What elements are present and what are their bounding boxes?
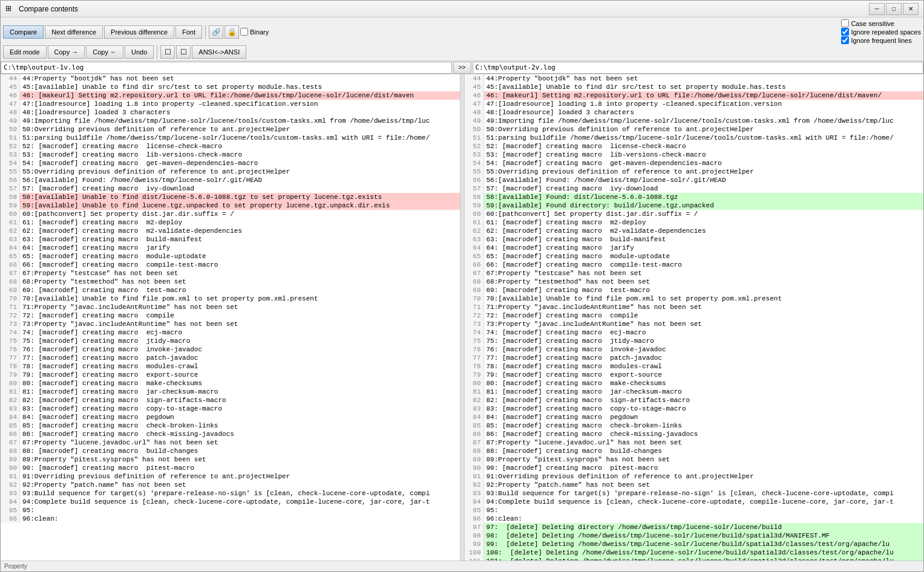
line-number: 92 xyxy=(465,481,484,489)
line-number: 51 xyxy=(1,134,20,142)
copy-left-button[interactable]: Copy ← xyxy=(86,45,123,59)
binary-checkbox-label[interactable]: Binary xyxy=(240,28,269,36)
binary-label: Binary xyxy=(250,28,269,36)
line-number: 70 xyxy=(1,294,20,303)
table-row: 6666: [macrodef] creating macro compile-… xyxy=(465,261,924,269)
line-text: 71:Property "javac.includeAntRuntime" ha… xyxy=(484,303,924,311)
table-row: 4949:Importing file /home/dweiss/tmp/luc… xyxy=(1,117,460,125)
table-row: 5555:Overriding previous definition of r… xyxy=(1,167,460,176)
window-controls[interactable]: ─ □ ✕ xyxy=(869,3,919,15)
line-number: 94 xyxy=(465,498,484,506)
table-row: 9393:Build sequence for target(s) 'prepa… xyxy=(1,489,460,498)
toolbar-row-1: Compare Next difference Previous differe… xyxy=(3,19,921,44)
undo-button[interactable]: Undo xyxy=(125,45,154,59)
prev-diff-button[interactable]: Previous difference xyxy=(104,25,174,39)
swap-button[interactable]: >> xyxy=(453,62,471,74)
sync-icon-btn[interactable]: 🔗 xyxy=(209,25,223,39)
binary-checkbox[interactable] xyxy=(240,28,248,36)
table-row: 4949:Importing file /home/dweiss/tmp/luc… xyxy=(465,117,924,125)
maximize-button[interactable]: □ xyxy=(886,3,902,15)
ignore-spaces-checkbox[interactable] xyxy=(841,28,849,36)
app-icon: ⊞ xyxy=(5,4,15,14)
line-number: 78 xyxy=(1,362,20,371)
line-text: 83: [macrodef] creating macro copy-to-st… xyxy=(484,405,924,413)
table-row: 9292:Property "patch.name" has not been … xyxy=(465,481,924,489)
table-row: 6060:[pathconvert] Set property dist.jar… xyxy=(1,210,460,218)
compare-button[interactable]: Compare xyxy=(3,25,44,39)
line-number: 63 xyxy=(465,235,484,244)
line-number: 45 xyxy=(1,83,20,91)
line-number: 65 xyxy=(1,252,20,261)
line-number: 64 xyxy=(1,244,20,252)
line-text: 88: [macrodef] creating macro build-chan… xyxy=(20,447,460,455)
case-sensitive-label[interactable]: Case sensitive xyxy=(841,19,921,27)
pane-divider[interactable] xyxy=(460,74,465,561)
line-text: 96:clean: xyxy=(20,515,460,523)
close-button[interactable]: ✕ xyxy=(903,3,919,15)
table-row: 9090: [macrodef] creating macro pitest-m… xyxy=(465,464,924,472)
toolbar-row-2: Edit mode Copy → Copy ← Undo ☐ ☐ ANSI<->… xyxy=(3,45,921,59)
line-number: 69 xyxy=(465,286,484,294)
line-number: 93 xyxy=(465,489,484,498)
line-number: 81 xyxy=(465,388,484,396)
ignore-spaces-label[interactable]: Ignore repeated spaces xyxy=(841,28,921,36)
table-row: 100100: [delete] Deleting /home/dweiss/t… xyxy=(465,548,924,557)
copy-right-button[interactable]: Copy → xyxy=(48,45,85,59)
line-text: 94:Complete build sequence is [clean, ch… xyxy=(484,498,924,506)
line-text: 85: [macrodef] creating macro check-brok… xyxy=(20,421,460,430)
line-text: 45:[available] Unable to find dir src/te… xyxy=(20,83,460,91)
line-text: 69: [macrodef] creating macro test-macro xyxy=(20,286,460,294)
table-row: 8888: [macrodef] creating macro build-ch… xyxy=(465,447,924,455)
table-row: 5959:[available] Unable to find lucene.t… xyxy=(1,201,460,210)
line-text: 84: [macrodef] creating macro pegdown xyxy=(20,413,460,421)
ignore-frequent-label[interactable]: Ignore frequent lines xyxy=(841,36,921,44)
line-text: 89:Property "pitest.sysprops" has not be… xyxy=(20,455,460,464)
edit-mode-button[interactable]: Edit mode xyxy=(3,45,47,59)
table-row: 9494:Complete build sequence is [clean, … xyxy=(465,498,924,506)
line-number: 47 xyxy=(1,100,20,108)
checkbox-square-2[interactable]: ☐ xyxy=(176,45,191,59)
table-row: 6565: [macrodef] creating macro module-u… xyxy=(1,252,460,261)
table-row: 7979: [macrodef] creating macro export-s… xyxy=(1,371,460,379)
line-text: 72: [macrodef] creating macro compile xyxy=(20,311,460,320)
lock-icon-btn[interactable]: 🔒 xyxy=(224,25,239,39)
line-number: 68 xyxy=(465,278,484,286)
line-text: 47:[loadresource] loading 1.8 into prope… xyxy=(484,100,924,108)
minimize-button[interactable]: ─ xyxy=(869,3,885,15)
right-line-container[interactable]: 4444:Property "bootjdk" has not been set… xyxy=(465,74,924,561)
table-row: 5151:parsing buildfile /home/dweiss/tmp/… xyxy=(1,134,460,142)
separator-1 xyxy=(205,25,206,39)
font-button[interactable]: Font xyxy=(175,25,202,39)
case-sensitive-checkbox[interactable] xyxy=(841,19,849,27)
checkbox-square-1[interactable]: ☐ xyxy=(160,45,175,59)
table-row: 8585: [macrodef] creating macro check-br… xyxy=(465,421,924,430)
right-path-input[interactable] xyxy=(473,62,924,74)
line-text: 62: [macrodef] creating macro m2-validat… xyxy=(20,227,460,235)
table-row: 7373:Property "javac.includeAntRuntime" … xyxy=(1,320,460,328)
line-number: 49 xyxy=(465,117,484,125)
ansi-button[interactable]: ANSI<->ANSI xyxy=(192,45,246,59)
line-number: 56 xyxy=(465,176,484,184)
line-text: 75: [macrodef] creating macro jtidy-macr… xyxy=(484,337,924,345)
table-row: 6565: [macrodef] creating macro module-u… xyxy=(465,252,924,261)
separator-2 xyxy=(157,45,157,59)
table-row: 6262: [macrodef] creating macro m2-valid… xyxy=(1,227,460,235)
table-row: 7575: [macrodef] creating macro jtidy-ma… xyxy=(465,337,924,345)
table-row: 5050:Overriding previous definition of r… xyxy=(465,125,924,134)
ignore-frequent-checkbox[interactable] xyxy=(841,36,849,44)
line-number: 88 xyxy=(465,447,484,455)
table-row: 8181: [macrodef] creating macro jar-chec… xyxy=(1,388,460,396)
line-text: 84: [macrodef] creating macro pegdown xyxy=(484,413,924,421)
left-line-container[interactable]: 4444:Property "bootjdk" has not been set… xyxy=(1,74,460,561)
line-number: 87 xyxy=(1,438,20,447)
line-number: 73 xyxy=(1,320,20,328)
line-text: 59:[available] Found directory: build/lu… xyxy=(484,201,924,210)
table-row: 7373:Property "javac.includeAntRuntime" … xyxy=(465,320,924,328)
left-path-input[interactable] xyxy=(1,62,452,74)
table-row: 9292:Property "patch.name" has not been … xyxy=(1,481,460,489)
file-bar: >> xyxy=(1,61,923,74)
next-diff-button[interactable]: Next difference xyxy=(45,25,103,39)
table-row: 8484: [macrodef] creating macro pegdown xyxy=(1,413,460,421)
table-row: 9696:clean: xyxy=(1,515,460,523)
table-row: 5858:[available] Unable to find dist/luc… xyxy=(1,193,460,201)
